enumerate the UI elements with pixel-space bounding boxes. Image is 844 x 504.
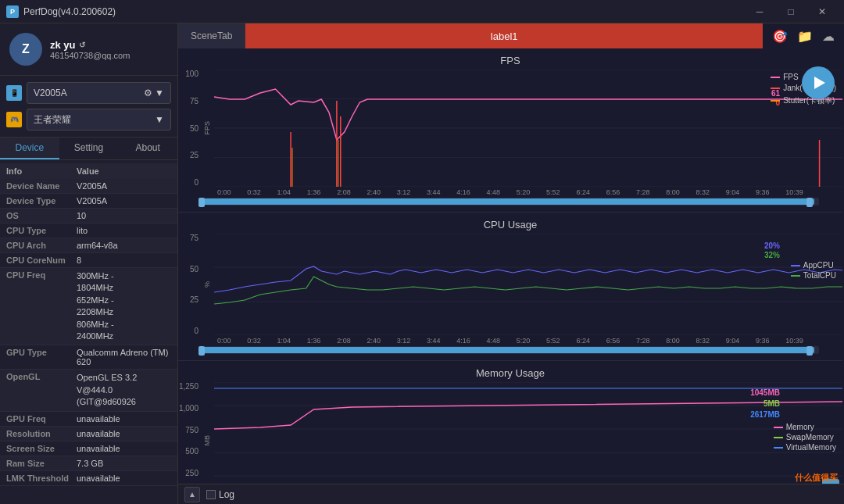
fps-scroll-thumb (202, 198, 814, 205)
device-row: 📱 V2005A ⚙ ▼ (6, 82, 171, 104)
memory-chart-title: Memory Usage (178, 367, 842, 379)
avatar: Z (9, 33, 42, 66)
table-row: OS 10 (0, 209, 177, 223)
cpu-y-axis: 75 50 25 0 (178, 234, 202, 335)
user-section: Z zk yu ↺ 461540738@qq.com (0, 23, 177, 76)
mem-legend-virtual: VirtualMemory (774, 443, 836, 452)
user-info: zk yu ↺ 461540738@qq.com (50, 39, 168, 60)
user-email: 461540738@qq.com (50, 51, 168, 60)
table-row: Screen Size unavailable (0, 441, 177, 456)
fps-chart-container: FPS 100 75 50 25 0 FPS (178, 48, 842, 213)
play-button[interactable] (802, 66, 835, 99)
app-icon: P (6, 5, 19, 18)
sidebar-tabs: Device Setting About (0, 138, 177, 160)
table-row: GPU Type Qualcomm Adreno (TM) 620 (0, 345, 177, 370)
window-controls: ─ □ ✕ (744, 0, 838, 23)
memory-y-axis: 1,250 1,000 750 500 250 0 (178, 382, 202, 484)
memory-y-label: MB (203, 435, 211, 446)
expand-button[interactable]: ▲ (184, 487, 200, 502)
user-name: zk yu ↺ (50, 39, 168, 51)
fps-legend-fps-color (771, 77, 780, 78)
mem-legend-swap: SwapMemory (774, 433, 836, 441)
charts-area: FPS 100 75 50 25 0 FPS (178, 48, 844, 484)
cpu-y-label: % (203, 281, 211, 288)
cpu-val2: 32% (764, 251, 780, 259)
log-checkbox[interactable] (206, 490, 216, 499)
scene-tab-bar: SceneTab label1 🎯 📁 ☁ (178, 23, 844, 48)
cpu-chart-title: CPU Usage (178, 219, 842, 231)
location-icon[interactable]: 🎯 (772, 29, 788, 44)
fps-svg (214, 70, 842, 187)
app-title: PerfDog(v4.0.200602) (23, 6, 744, 17)
minimize-button[interactable]: ─ (744, 0, 775, 23)
close-button[interactable]: ✕ (806, 0, 838, 23)
memory-legend: Memory SwapMemory VirtualMemory (774, 423, 836, 452)
cpu-val1: 20% (764, 241, 780, 250)
folder-icon[interactable]: 📁 (797, 29, 813, 44)
cpu-svg (214, 234, 842, 335)
sidebar: Z zk yu ↺ 461540738@qq.com 📱 V2005A ⚙ ▼ … (0, 23, 178, 504)
title-bar: P PerfDog(v4.0.200602) ─ □ ✕ (0, 0, 844, 23)
table-row: CPU Freq 300MHz -1804MHz652MHz -2208MHz8… (0, 268, 177, 345)
fps-y-axis: 100 75 50 25 0 (178, 70, 202, 187)
log-checkbox-wrap: Log (206, 489, 234, 500)
cpu-legend-app: AppCPU (791, 261, 836, 270)
mem-val2: 5MB (764, 399, 780, 408)
cpu-legend: AppCPU TotalCPU (791, 261, 836, 280)
cpu-legend-total: TotalCPU (791, 271, 836, 280)
device-section: 📱 V2005A ⚙ ▼ 🎮 王者荣耀 ▼ (0, 76, 177, 138)
memory-chart: 1045MB 5MB 2617MB Memory SwapMemory (214, 382, 842, 484)
fps-chart-wrap: 100 75 50 25 0 FPS (178, 70, 842, 187)
right-panel: SceneTab label1 🎯 📁 ☁ FPS 100 75 (178, 23, 844, 504)
maximize-button[interactable]: □ (775, 0, 806, 23)
cpu-x-axis: 0:00 0:32 1:04 1:36 2:08 2:40 3:12 3:44 … (178, 335, 842, 345)
memory-chart-container: Memory Usage 1,250 1,000 750 500 250 0 M… (178, 361, 842, 484)
cpu-chart: 20% 32% AppCPU TotalCPU (214, 234, 842, 335)
fps-chart-title: FPS (178, 55, 842, 66)
fps-scrollbar[interactable] (202, 198, 819, 206)
table-row: CPU Arch arm64-v8a (0, 238, 177, 253)
cpu-chart-wrap: 75 50 25 0 % (178, 234, 842, 335)
table-row: Resolution unavailable (0, 427, 177, 441)
fps-chart: 61 0 FPS Jank(卡顿次数) (214, 70, 842, 187)
mem-val1: 1045MB (750, 388, 780, 397)
mem-legend-mem: Memory (774, 423, 836, 431)
info-table: Info Value Device Name V2005A Device Typ… (0, 160, 177, 504)
memory-svg (214, 382, 842, 484)
tab-device[interactable]: Device (0, 138, 59, 159)
memory-chart-wrap: 1,250 1,000 750 500 250 0 MB (178, 382, 842, 484)
mem-val3: 2617MB (750, 410, 780, 419)
fps-legend-jank-color (771, 88, 780, 89)
fps-x-axis: 0:00 0:32 1:04 1:36 2:08 2:40 3:12 3:44 … (178, 187, 842, 196)
table-row: CPU Type lito (0, 223, 177, 238)
bottom-bar: ▲ Log (178, 484, 844, 504)
game-row: 🎮 王者荣耀 ▼ (6, 109, 171, 130)
game-icon: 🎮 (6, 112, 22, 127)
tab-setting[interactable]: Setting (59, 138, 119, 159)
scene-tab-label[interactable]: SceneTab (178, 23, 245, 48)
table-row: Ram Size 7.3 GB (0, 456, 177, 471)
cpu-scrollbar[interactable] (202, 346, 819, 354)
cpu-scroll-thumb (202, 347, 814, 353)
table-row: Device Name V2005A (0, 179, 177, 194)
table-row: Device Type V2005A (0, 194, 177, 209)
cloud-icon[interactable]: ☁ (822, 29, 835, 44)
main-content: Z zk yu ↺ 461540738@qq.com 📱 V2005A ⚙ ▼ … (0, 23, 844, 504)
table-row: OpenGL OpenGL ES 3.2 V@444.0 (GIT@9d6092… (0, 370, 177, 411)
log-label: Log (219, 489, 234, 500)
play-icon (814, 77, 825, 89)
table-row: GPU Freq unavailable (0, 412, 177, 427)
watermark: 什么值得买 (795, 472, 838, 484)
info-table-header: Info Value (0, 163, 177, 179)
android-icon: 📱 (6, 85, 22, 101)
table-row: LMK Threshold unavailable (0, 471, 177, 486)
game-select[interactable]: 王者荣耀 ▼ (27, 109, 171, 130)
tab-about[interactable]: About (118, 138, 177, 159)
device-select[interactable]: V2005A ⚙ ▼ (27, 82, 171, 104)
fps-legend-stutter-color (771, 100, 780, 102)
table-row: CPU CoreNum 8 (0, 253, 177, 268)
cpu-chart-container: CPU Usage 75 50 25 0 % (178, 213, 842, 361)
fps-y-label: FPS (203, 121, 211, 135)
scene-tab-active: label1 (245, 23, 763, 48)
